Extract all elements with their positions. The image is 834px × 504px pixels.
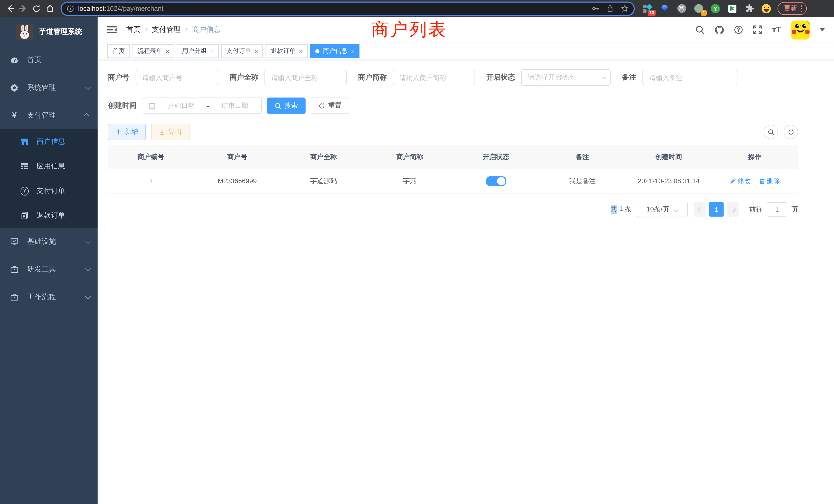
page-main: 商户号 商户全称 商户简称 开启状态 请选择开启状态 — [97, 60, 834, 217]
tab-process-form[interactable]: 流程表单× — [132, 44, 174, 58]
gear-icon — [10, 84, 19, 92]
show-search-icon[interactable] — [764, 125, 778, 139]
pagination-total: 共 1 条 — [611, 205, 632, 214]
tab-home[interactable]: 首页 — [107, 44, 130, 58]
chevron-down-icon — [85, 266, 91, 272]
command-extension-icon[interactable]: ⌘ — [677, 4, 686, 13]
reload-icon[interactable] — [30, 2, 43, 15]
cell-create-time: 2021-10-23 08:31:14 — [626, 177, 712, 185]
sidebar-item-pay-order[interactable]: ¥ 支付订单 — [0, 179, 97, 203]
sidebar-item-merchant-info[interactable]: 商户信息 — [0, 129, 97, 154]
date-start-placeholder[interactable]: 开始日期 — [160, 101, 203, 110]
add-button[interactable]: 新增 — [108, 124, 146, 140]
close-icon[interactable]: × — [210, 48, 214, 54]
sidebar-item-system[interactable]: 系统管理 — [0, 74, 97, 101]
date-end-placeholder[interactable]: 结束日期 — [213, 101, 256, 110]
status-toggle[interactable] — [486, 176, 506, 186]
sketch-extension-icon[interactable]: 10 — [643, 4, 652, 13]
next-page-button[interactable] — [727, 202, 739, 216]
gem-extension-icon[interactable] — [660, 4, 669, 13]
delete-link[interactable]: 删除 — [759, 176, 780, 186]
browser-update-button[interactable]: 更新 — [777, 2, 807, 15]
goto-page-input[interactable] — [767, 202, 787, 216]
briefcase-icon — [10, 293, 19, 301]
goto-label: 前往 — [749, 205, 763, 214]
export-button[interactable]: 导出 — [151, 124, 190, 140]
edit-link[interactable]: 修改 — [730, 176, 751, 186]
sidebar-item-home[interactable]: 首页 — [0, 46, 97, 74]
page-number-1[interactable]: 1 — [709, 202, 724, 216]
chevron-down-icon — [674, 207, 679, 212]
tab-merchant-info[interactable]: 商户信息× — [310, 44, 360, 58]
close-icon[interactable]: × — [351, 48, 355, 54]
close-icon[interactable]: × — [166, 48, 169, 54]
forward-icon[interactable] — [17, 2, 30, 15]
prev-page-button[interactable] — [694, 202, 706, 216]
sidebar-item-infrastructure[interactable]: 基础设施 — [0, 228, 97, 256]
close-icon[interactable]: × — [255, 48, 258, 54]
sidebar-item-workflow[interactable]: 工作流程 — [0, 283, 97, 311]
content-area: 首页 / 支付管理 / 商户信息 — [97, 17, 834, 504]
extension-badge: 1 — [701, 9, 707, 16]
cell-short-name: 芋艿 — [367, 176, 453, 186]
yuque-extension-icon[interactable]: Y — [711, 4, 720, 13]
chevron-up-icon — [84, 113, 90, 119]
search-icon[interactable] — [696, 25, 705, 35]
short-name-input[interactable] — [393, 70, 475, 85]
key-icon[interactable] — [592, 5, 599, 12]
date-range-picker[interactable]: 开始日期 - 结束日期 — [143, 97, 262, 114]
payment-submenu: 商户信息 应用信息 ¥ 支付订单 退款订单 — [0, 129, 97, 228]
cell-merchant-no: M233666999 — [194, 177, 280, 185]
table-toolbar: 新增 导出 — [108, 124, 798, 140]
session-extension-icon[interactable]: 1 — [694, 4, 703, 13]
remark-input[interactable] — [642, 70, 738, 85]
breadcrumb-home[interactable]: 首页 — [126, 25, 141, 35]
sidebar-item-dev-tools[interactable]: 研发工具 — [0, 256, 97, 283]
filter-row-2: 创建时间 开始日期 - 结束日期 搜索 — [108, 95, 834, 116]
page-size-select[interactable]: 10条/页 — [637, 202, 688, 217]
flag-extension-icon[interactable] — [728, 4, 737, 13]
back-icon[interactable] — [3, 2, 17, 15]
status-select[interactable]: 请选择开启状态 — [521, 69, 611, 86]
full-name-input[interactable] — [264, 70, 347, 85]
close-icon[interactable]: × — [299, 48, 303, 54]
url-path: :1024/pay/merchant — [105, 5, 163, 12]
chevron-down-icon — [85, 84, 91, 90]
calendar-icon — [148, 102, 156, 109]
fullscreen-icon[interactable] — [753, 25, 762, 35]
table-row: 1 M233666999 芋道源码 芋艿 我是备注 2021-10-23 08:… — [108, 169, 798, 193]
date-separator: - — [207, 102, 209, 110]
sidebar-item-app-info[interactable]: 应用信息 — [0, 154, 97, 179]
tab-user-group[interactable]: 用户分组× — [177, 44, 219, 58]
search-button[interactable]: 搜索 — [267, 97, 306, 114]
app-logo-row[interactable]: 芋道管理系统 — [0, 17, 97, 46]
refresh-icon[interactable] — [784, 125, 798, 139]
info-icon[interactable] — [67, 5, 74, 12]
home-icon[interactable] — [43, 2, 57, 15]
bookmark-star-icon[interactable] — [621, 5, 629, 12]
page-unit-label: 页 — [791, 205, 798, 214]
emoji-extension-icon[interactable] — [762, 4, 771, 13]
browser-menu-icon[interactable] — [800, 5, 802, 12]
puzzle-extensions-icon[interactable] — [745, 4, 754, 13]
breadcrumb-current: 商户信息 — [192, 25, 221, 35]
filter-row-1: 商户号 商户全称 商户简称 开启状态 请选择开启状态 — [108, 67, 834, 88]
url-bar[interactable]: localhost :1024/pay/merchant — [61, 1, 635, 16]
avatar[interactable] — [791, 20, 810, 39]
user-menu-caret-icon[interactable] — [820, 28, 825, 31]
github-icon[interactable] — [715, 25, 724, 35]
sidebar-item-payment[interactable]: ¥ 支付管理 — [0, 101, 97, 129]
breadcrumb-payment[interactable]: 支付管理 — [152, 25, 181, 35]
help-icon[interactable] — [734, 25, 743, 35]
short-name-label: 商户简称 — [358, 73, 393, 82]
tab-refund-order[interactable]: 退款订单× — [266, 44, 308, 58]
sidebar-item-refund-order[interactable]: 退款订单 — [0, 203, 97, 228]
font-size-icon[interactable]: тT — [772, 25, 781, 35]
merchant-no-input[interactable] — [136, 70, 218, 85]
share-icon[interactable] — [607, 5, 614, 12]
sidebar-toggle-icon[interactable] — [107, 25, 117, 35]
tab-pay-order[interactable]: 支付订单× — [221, 44, 263, 58]
table-header-row: 商户编号 商户号 商户全称 商户简称 开启状态 备注 创建时间 操作 — [108, 145, 798, 169]
grid-icon — [21, 162, 29, 170]
reset-button[interactable]: 重置 — [311, 97, 349, 114]
